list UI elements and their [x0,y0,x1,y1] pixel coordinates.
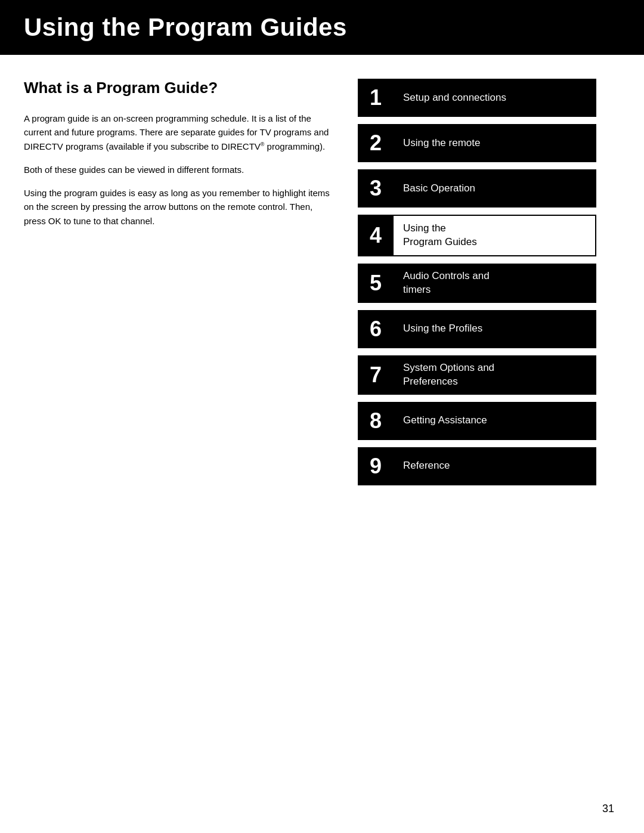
chapter-number-7: 7 [358,355,394,395]
body-paragraph-3: Using the program guides is easy as long… [24,186,334,228]
chapter-number-2: 2 [358,124,394,162]
chapter-item-1[interactable]: 1 Setup and connections [358,79,596,117]
chapter-number-4: 4 [358,215,394,256]
page-number: 31 [602,803,614,815]
section-heading: What is a Program Guide? [24,79,334,97]
chapter-label-9: Reference [394,447,596,485]
page-title: Using the Program Guides [24,13,347,41]
chapter-number-1: 1 [358,79,394,117]
page-container: Using the Program Guides What is a Progr… [0,0,644,833]
chapter-number-9: 9 [358,447,394,485]
chapter-label-1: Setup and connections [394,79,596,117]
chapter-label-6: Using the Profiles [394,310,596,348]
chapter-item-3[interactable]: 3 Basic Operation [358,169,596,208]
main-content: What is a Program Guide? A program guide… [0,79,644,485]
chapter-list: 1 Setup and connections 2 Using the remo… [358,79,596,485]
chapter-number-6: 6 [358,310,394,348]
chapter-label-4: Using theProgram Guides [394,215,596,256]
chapter-label-5: Audio Controls andtimers [394,264,596,303]
chapter-item-7[interactable]: 7 System Options andPreferences [358,355,596,395]
chapter-label-2: Using the remote [394,124,596,162]
chapter-item-2[interactable]: 2 Using the remote [358,124,596,162]
chapter-item-9[interactable]: 9 Reference [358,447,596,485]
body-paragraph-1: A program guide is an on-screen programm… [24,112,334,153]
chapter-item-5[interactable]: 5 Audio Controls andtimers [358,264,596,303]
header-bar: Using the Program Guides [0,0,644,55]
body-paragraph-2: Both of these guides can be viewed in di… [24,163,334,176]
chapter-item-4[interactable]: 4 Using theProgram Guides [358,215,596,256]
chapter-number-8: 8 [358,402,394,440]
chapter-number-3: 3 [358,169,394,208]
chapter-item-8[interactable]: 8 Getting Assistance [358,402,596,440]
section-body: A program guide is an on-screen programm… [24,112,334,228]
chapter-number-5: 5 [358,264,394,303]
chapter-label-8: Getting Assistance [394,402,596,440]
left-column: What is a Program Guide? A program guide… [24,79,334,485]
chapter-label-7: System Options andPreferences [394,355,596,395]
chapter-label-3: Basic Operation [394,169,596,208]
chapter-item-6[interactable]: 6 Using the Profiles [358,310,596,348]
